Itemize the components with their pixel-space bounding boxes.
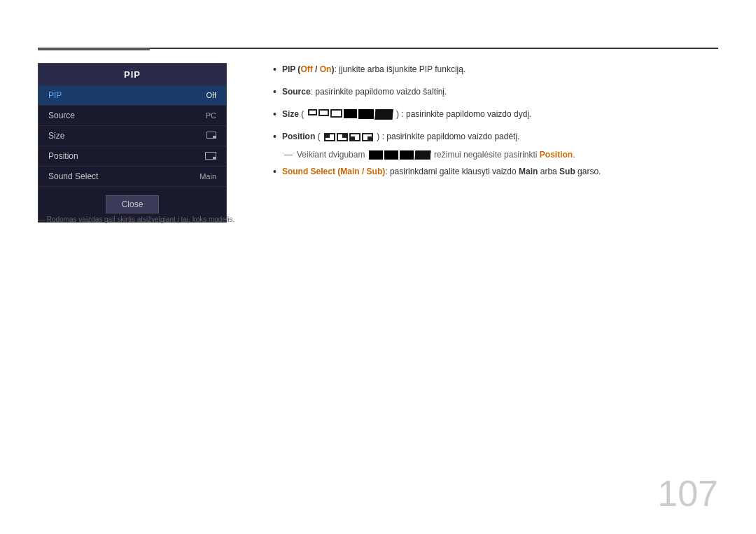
pip-panel: PIP PIP Off Source PC Size Position Soun… (38, 63, 227, 223)
bullet-source: Source: pasirinkite papildomo vaizdo šal… (273, 85, 718, 99)
position-icons-group: ( ) (318, 132, 380, 141)
source-item-value: PC (206, 111, 216, 120)
position-item-label: Position (48, 151, 78, 161)
dash-note-text: Veikiant dvigubam režimui negalėsite pas… (297, 150, 575, 160)
double-icon-1 (369, 150, 383, 160)
pip-menu-item-sound-select[interactable]: Sound Select Main (38, 167, 226, 187)
pip-panel-title: PIP (38, 64, 226, 85)
right-content: PIP (Off / On): įjunkite arba išjunkite … (273, 63, 718, 188)
pip-menu-item-size[interactable]: Size (38, 126, 226, 146)
position-icon (205, 152, 216, 160)
source-item-label: Source (48, 111, 75, 120)
close-button[interactable]: Close (106, 195, 160, 213)
pos-icon-bl (349, 133, 360, 141)
sound-select-item-value: Main (200, 172, 216, 181)
pip-menu-item-position[interactable]: Position (38, 146, 226, 167)
pip-label: PIP ( (282, 64, 300, 74)
size-icon-6 (374, 109, 393, 120)
position-item-value (205, 152, 216, 161)
sound-select-sub: Sub (367, 167, 383, 176)
size-icons (308, 109, 393, 120)
source-desc: : pasirinkite papildomo vaizdo šaltinį. (311, 87, 447, 97)
bullet-pip-text: PIP (Off / On): įjunkite arba išjunkite … (282, 63, 465, 76)
dash-symbol: ― (284, 150, 293, 160)
bullet-size: Size ( ) : pasirinkite papildomo vaizdo … (273, 108, 718, 122)
pos-icon-tl (324, 133, 335, 141)
pos-icon-tr (337, 133, 348, 141)
dash-note-position: Position (540, 150, 573, 160)
size-item-label: Size (48, 131, 64, 141)
bullet-size-text: Size ( ) : pasirinkite papildomo vaizdo … (282, 108, 532, 120)
bullet-list: PIP (Off / On): įjunkite arba išjunkite … (273, 63, 718, 144)
pip-item-label: PIP (48, 90, 62, 100)
pip-off: Off (300, 64, 312, 74)
bullet-sound-select-text: Sound Select (Main / Sub): pasirinkdami … (282, 165, 601, 178)
bullet-source-text: Source: pasirinkite papildomo vaizdo šal… (282, 85, 447, 98)
bullet-position-text: Position ( ) : pasirinkite papildomo vai… (282, 130, 520, 143)
bullet-list-2: Sound Select (Main / Sub): pasirinkdami … (273, 165, 718, 179)
pip-desc: : įjunkite arba išjunkite PIP funkciją. (334, 64, 465, 74)
size-icon-1 (308, 109, 317, 115)
source-label: Source (282, 87, 311, 97)
size-icon-2 (318, 109, 329, 116)
size-label: Size (282, 109, 299, 119)
sound-select-slash: / (360, 167, 367, 176)
size-desc: : pasirinkite papildomo vaizdo dydį. (401, 109, 531, 119)
pip-menu-item-pip[interactable]: PIP Off (38, 85, 226, 106)
size-icon (206, 132, 216, 139)
footnote: ― Rodomas vaizdas gali skirtis atsižvelg… (38, 216, 234, 223)
pip-slash: / (313, 64, 320, 74)
sound-select-desc3: garso. (575, 167, 601, 176)
pip-menu-item-source[interactable]: Source PC (38, 106, 226, 126)
page-number: 107 (657, 472, 718, 514)
sound-select-main: Main (340, 167, 359, 176)
top-rule-accent (38, 48, 150, 50)
sound-select-main2: Main (519, 167, 538, 176)
size-item-value (206, 132, 216, 140)
sound-select-sub2: Sub (559, 167, 575, 176)
bullet-sound-select: Sound Select (Main / Sub): pasirinkdami … (273, 165, 718, 179)
size-icon-5 (358, 109, 374, 119)
double-icon-2 (384, 150, 398, 160)
size-icon-3 (330, 109, 342, 118)
double-icon-4 (414, 150, 430, 160)
sound-select-item-label: Sound Select (48, 171, 98, 181)
size-icon-4 (344, 109, 357, 118)
bullet-position: Position ( ) : pasirinkite papildomo vai… (273, 130, 718, 144)
double-icon-3 (400, 150, 414, 160)
pip-item-value: Off (206, 91, 216, 99)
position-label: Position (282, 132, 315, 141)
sound-select-desc2: arba (538, 167, 559, 176)
sound-select-label: Sound Select ( (282, 167, 340, 176)
sound-select-desc1: : pasirinkdami galite klausyti vaizdo (385, 167, 519, 176)
bullet-pip: PIP (Off / On): įjunkite arba išjunkite … (273, 63, 718, 77)
size-icons-group: ( ) (301, 109, 399, 119)
dash-note: ― Veikiant dvigubam režimui negalėsite p… (284, 150, 718, 160)
position-desc: : pasirinkite papildomo vaizdo padėtį. (382, 132, 520, 141)
pos-icon-br (362, 133, 373, 141)
pip-on: On (320, 64, 332, 74)
position-icons (324, 133, 373, 141)
double-icons (369, 150, 430, 160)
